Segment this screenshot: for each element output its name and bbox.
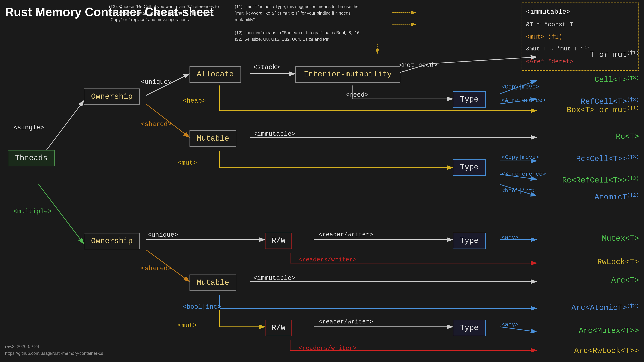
bool-int-bottom-label: <bool|int>	[183, 303, 221, 311]
type-top-node: Type	[453, 91, 486, 108]
ref-line1: &T ≈ *const T	[526, 19, 573, 30]
ownership-bottom-node: Ownership	[84, 233, 140, 249]
type-mid-node: Type	[453, 159, 486, 176]
reader-writer-bottom-label: <reader/writer>	[319, 319, 373, 325]
rw-top-node: R/W	[265, 233, 292, 249]
bottom-info: rev.2; 2020-09-24 https://github.com/usa…	[5, 343, 103, 357]
copy-move-mid-label: <Copy|move>	[502, 154, 539, 161]
ref-mut-label: <mut> (†1)	[526, 32, 562, 42]
type-bottom-bottom-node: Type	[453, 320, 486, 336]
reference-box: <immutable> &T ≈ *const T <mut> (†1) &mu…	[522, 2, 639, 71]
not-need-label: <not need>	[399, 62, 438, 69]
copy-move-top-label: <Copy|move>	[502, 84, 539, 90]
shared-top-label: <shared>	[141, 121, 172, 128]
threads-node: Threads	[8, 150, 55, 166]
result-arc-mutex: Arc<Mutex<T>>	[579, 327, 639, 335]
readers-writer-top-label: <readers/writer>	[298, 256, 356, 263]
url-label: https://github.com/usagi/rust -memory-co…	[5, 350, 103, 357]
rev-label: rev.2; 2020-09-24	[5, 343, 103, 350]
type-bottom-mid-node: Type	[453, 233, 486, 249]
result-arc-rwlock: Arc<RwLock<T>>	[574, 347, 639, 355]
immutable-top-label: <immutable>	[253, 130, 295, 138]
mutable-top-node: Mutable	[190, 130, 236, 147]
result-arc-t: Arc<T>	[611, 276, 639, 285]
heap-label: <heap>	[183, 97, 206, 104]
need-label: <need>	[346, 91, 368, 98]
result-cell-t: Cell<T>(†3)	[594, 75, 639, 84]
readers-writer-bottom-label: <readers/writer>	[298, 345, 356, 352]
single-label: <single>	[14, 124, 44, 131]
any-top-label: <any>	[502, 234, 518, 241]
multiple-label: <multiple>	[14, 208, 52, 215]
any-bottom-label: <any>	[502, 322, 518, 328]
ref-line2: &mut T ≈ *mut T (†1)	[526, 44, 589, 54]
result-atomic-t: AtomicT(†2)	[594, 192, 639, 202]
rw-bottom-node: R/W	[265, 320, 292, 336]
result-rwlock-t: RwLock<T>	[598, 258, 639, 267]
result-t-or-mut: T or mut(†1)	[590, 50, 639, 59]
result-box-t: Box<T> or mut(†1)	[567, 105, 639, 114]
result-refcell-t: RefCell<T>(†3)	[580, 97, 639, 106]
stack-label: <stack>	[253, 64, 280, 71]
svg-line-15	[429, 57, 537, 64]
allocate-node: Allocate	[190, 66, 241, 83]
result-rc-t: Rc<T>	[616, 132, 639, 141]
result-arc-atomic: Arc<AtomicT>(†2)	[572, 303, 639, 312]
ownership-top-node: Ownership	[84, 88, 140, 105]
ref-immutable-label: <immutable>	[526, 6, 634, 18]
bool-int-top-label: <bool|int>	[502, 188, 536, 194]
result-rc-cell: Rc<Cell<T>>(†3)	[576, 154, 639, 163]
mut-bottom-label: <mut>	[178, 322, 197, 329]
interior-mut-node: Interior-mutability	[295, 66, 400, 83]
mutable-bottom-node: Mutable	[190, 275, 236, 291]
ref-mid-label: <& reference>	[502, 171, 546, 177]
result-rc-refcell: Rc<RefCell<T>>(†3)	[562, 176, 639, 185]
unique-top-label: <unique>	[141, 78, 172, 86]
ref-top-label: <& reference>	[502, 97, 546, 104]
shared-bottom-label: <shared>	[141, 265, 172, 272]
unique-bottom-label: <unique>	[148, 231, 178, 239]
footnote-1: (†1): `mut T` is not a Type, this sugges…	[235, 3, 366, 42]
reader-writer-top-label: <reader/writer>	[319, 231, 373, 238]
immutable-bottom-label: <immutable>	[253, 275, 295, 282]
result-mutex-t: Mutex<T>	[602, 234, 639, 243]
mut-top-label: <mut>	[178, 159, 197, 166]
footnote-3: (†3): Choose `RefCell` if you want plain…	[109, 3, 223, 23]
